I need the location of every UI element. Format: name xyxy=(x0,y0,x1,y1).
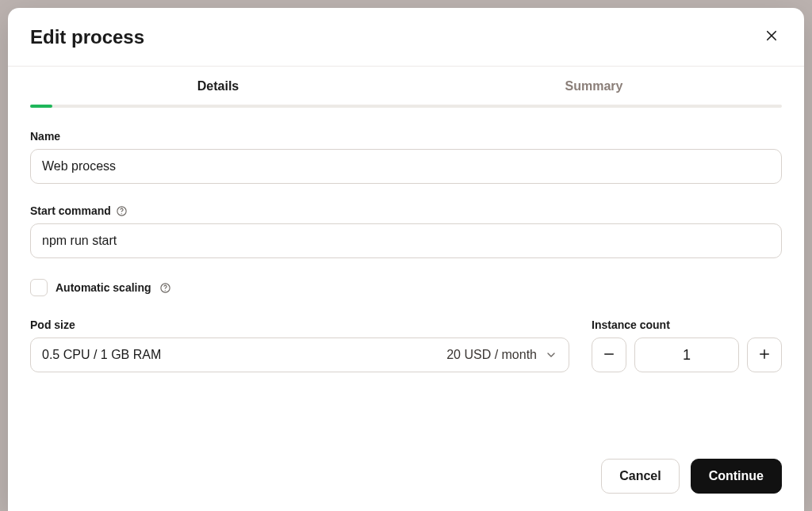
chevron-down-icon xyxy=(545,349,557,361)
tab-details[interactable]: Details xyxy=(30,67,406,105)
modal-title: Edit process xyxy=(30,26,144,48)
plus-icon xyxy=(757,347,772,364)
close-button[interactable] xyxy=(761,25,782,48)
increment-button[interactable] xyxy=(747,337,782,372)
name-label: Name xyxy=(30,130,60,143)
cancel-button[interactable]: Cancel xyxy=(601,459,679,494)
auto-scaling-checkbox[interactable] xyxy=(30,279,48,296)
instance-count-label: Instance count xyxy=(592,318,670,331)
tabs: Details Summary xyxy=(8,67,804,105)
close-icon xyxy=(764,29,779,45)
modal-header: Edit process xyxy=(8,8,804,67)
svg-point-5 xyxy=(164,290,165,291)
field-start-command: Start command xyxy=(30,204,782,258)
instance-count-input[interactable] xyxy=(634,337,739,372)
tab-summary[interactable]: Summary xyxy=(406,67,782,105)
pod-size-label: Pod size xyxy=(30,318,75,331)
modal-footer: Cancel Continue xyxy=(8,448,804,511)
field-instance-count: Instance count xyxy=(592,318,782,372)
progress-fill xyxy=(30,105,52,108)
edit-process-modal: Edit process Details Summary Name Start … xyxy=(8,8,804,511)
start-command-label: Start command xyxy=(30,204,111,217)
svg-point-3 xyxy=(121,213,122,214)
pod-size-select[interactable]: 0.5 CPU / 1 GB RAM 20 USD / month xyxy=(30,337,569,372)
help-icon[interactable] xyxy=(116,205,128,217)
decrement-button[interactable] xyxy=(592,337,626,372)
continue-button[interactable]: Continue xyxy=(691,459,782,494)
progress-track xyxy=(30,105,782,108)
minus-icon xyxy=(602,347,616,364)
help-icon[interactable] xyxy=(159,282,171,294)
modal-content: Name Start command Automatic scaling xyxy=(8,108,804,448)
start-command-input[interactable] xyxy=(30,223,782,258)
auto-scaling-label: Automatic scaling xyxy=(56,281,151,294)
name-input[interactable] xyxy=(30,149,782,184)
field-name: Name xyxy=(30,130,782,184)
field-pod-size: Pod size 0.5 CPU / 1 GB RAM 20 USD / mon… xyxy=(30,318,569,372)
pod-size-price: 20 USD / month xyxy=(446,348,537,362)
pod-size-spec: 0.5 CPU / 1 GB RAM xyxy=(42,348,161,362)
instance-stepper xyxy=(592,337,782,372)
field-auto-scaling: Automatic scaling xyxy=(30,279,782,296)
resource-row: Pod size 0.5 CPU / 1 GB RAM 20 USD / mon… xyxy=(30,318,782,372)
